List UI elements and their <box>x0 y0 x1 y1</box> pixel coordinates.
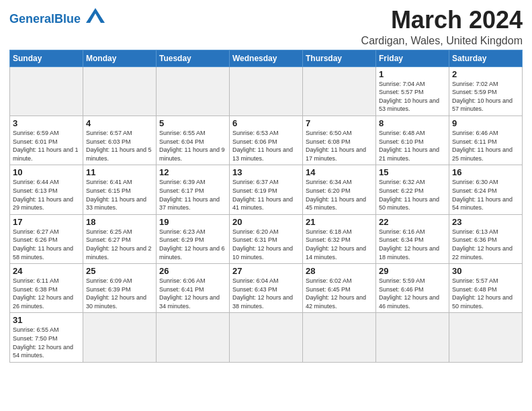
logo-general: General <box>9 12 54 26</box>
table-row <box>230 313 303 362</box>
day-number: 14 <box>306 167 373 177</box>
table-row: 8Sunrise: 6:48 AM Sunset: 6:10 PM Daylig… <box>376 116 449 165</box>
day-number: 9 <box>452 118 519 128</box>
table-row: 4Sunrise: 6:57 AM Sunset: 6:03 PM Daylig… <box>83 116 157 165</box>
table-row: 10Sunrise: 6:44 AM Sunset: 6:13 PM Dayli… <box>10 165 83 214</box>
table-row: 24Sunrise: 6:11 AM Sunset: 6:38 PM Dayli… <box>10 264 83 313</box>
day-info: Sunrise: 6:20 AM Sunset: 6:31 PM Dayligh… <box>232 228 300 261</box>
table-row <box>303 66 376 116</box>
col-saturday: Saturday <box>449 50 523 66</box>
calendar-header-row: Sunday Monday Tuesday Wednesday Thursday… <box>10 50 523 66</box>
table-row: 7Sunrise: 6:50 AM Sunset: 6:08 PM Daylig… <box>303 116 376 165</box>
day-number: 18 <box>86 217 153 227</box>
day-info: Sunrise: 6:06 AM Sunset: 6:41 PM Dayligh… <box>159 277 226 310</box>
table-row: 31Sunrise: 6:55 AM Sunset: 7:50 PM Dayli… <box>10 313 83 362</box>
day-info: Sunrise: 6:41 AM Sunset: 6:15 PM Dayligh… <box>86 178 153 212</box>
day-info: Sunrise: 6:27 AM Sunset: 6:26 PM Dayligh… <box>13 228 80 261</box>
day-info: Sunrise: 6:30 AM Sunset: 6:24 PM Dayligh… <box>452 178 519 212</box>
day-number: 26 <box>159 266 226 276</box>
table-row: 28Sunrise: 6:02 AM Sunset: 6:45 PM Dayli… <box>303 264 376 313</box>
table-row: 23Sunrise: 6:13 AM Sunset: 6:36 PM Dayli… <box>449 214 523 263</box>
day-info: Sunrise: 6:11 AM Sunset: 6:38 PM Dayligh… <box>13 277 80 310</box>
logo-icon <box>86 8 105 23</box>
day-info: Sunrise: 6:23 AM Sunset: 6:29 PM Dayligh… <box>159 228 226 261</box>
col-thursday: Thursday <box>303 50 376 66</box>
day-info: Sunrise: 6:13 AM Sunset: 6:36 PM Dayligh… <box>452 228 519 261</box>
table-row: 20Sunrise: 6:20 AM Sunset: 6:31 PM Dayli… <box>230 214 303 263</box>
day-info: Sunrise: 6:18 AM Sunset: 6:32 PM Dayligh… <box>306 228 373 261</box>
day-number: 15 <box>379 167 446 177</box>
day-info: Sunrise: 5:59 AM Sunset: 6:46 PM Dayligh… <box>379 277 446 310</box>
table-row: 2Sunrise: 7:02 AM Sunset: 5:59 PM Daylig… <box>449 66 523 116</box>
calendar-week-row: 31Sunrise: 6:55 AM Sunset: 7:50 PM Dayli… <box>10 313 523 362</box>
day-number: 22 <box>379 217 446 227</box>
table-row: 1Sunrise: 7:04 AM Sunset: 5:57 PM Daylig… <box>376 66 449 116</box>
day-info: Sunrise: 6:57 AM Sunset: 6:03 PM Dayligh… <box>86 129 153 163</box>
day-info: Sunrise: 6:25 AM Sunset: 6:27 PM Dayligh… <box>86 228 153 261</box>
day-info: Sunrise: 6:32 AM Sunset: 6:22 PM Dayligh… <box>379 178 446 212</box>
day-number: 28 <box>306 266 373 276</box>
day-info: Sunrise: 6:44 AM Sunset: 6:13 PM Dayligh… <box>13 178 80 212</box>
table-row: 17Sunrise: 6:27 AM Sunset: 6:26 PM Dayli… <box>10 214 83 263</box>
table-row: 6Sunrise: 6:53 AM Sunset: 6:06 PM Daylig… <box>230 116 303 165</box>
table-row: 30Sunrise: 5:57 AM Sunset: 6:48 PM Dayli… <box>449 264 523 313</box>
calendar-week-row: 24Sunrise: 6:11 AM Sunset: 6:38 PM Dayli… <box>10 264 523 313</box>
table-row: 14Sunrise: 6:34 AM Sunset: 6:20 PM Dayli… <box>303 165 376 214</box>
day-number: 11 <box>86 167 153 177</box>
table-row: 15Sunrise: 6:32 AM Sunset: 6:22 PM Dayli… <box>376 165 449 214</box>
title-block: March 2024 Cardigan, Wales, United Kingd… <box>361 7 523 47</box>
day-number: 8 <box>379 118 446 128</box>
logo-text: GeneralBlue <box>9 12 84 26</box>
day-info: Sunrise: 6:09 AM Sunset: 6:39 PM Dayligh… <box>86 277 153 310</box>
table-row: 25Sunrise: 6:09 AM Sunset: 6:39 PM Dayli… <box>83 264 157 313</box>
day-info: Sunrise: 7:02 AM Sunset: 5:59 PM Dayligh… <box>452 80 519 113</box>
day-info: Sunrise: 6:34 AM Sunset: 6:20 PM Dayligh… <box>306 178 373 212</box>
table-row <box>83 313 157 362</box>
table-row: 22Sunrise: 6:16 AM Sunset: 6:34 PM Dayli… <box>376 214 449 263</box>
day-info: Sunrise: 6:39 AM Sunset: 6:17 PM Dayligh… <box>159 178 226 212</box>
day-number: 6 <box>232 118 300 128</box>
day-info: Sunrise: 6:48 AM Sunset: 6:10 PM Dayligh… <box>379 129 446 163</box>
day-info: Sunrise: 6:53 AM Sunset: 6:06 PM Dayligh… <box>232 129 300 163</box>
table-row <box>376 313 449 362</box>
day-number: 24 <box>13 266 80 276</box>
day-info: Sunrise: 6:16 AM Sunset: 6:34 PM Dayligh… <box>379 228 446 261</box>
calendar-week-row: 10Sunrise: 6:44 AM Sunset: 6:13 PM Dayli… <box>10 165 523 214</box>
table-row: 5Sunrise: 6:55 AM Sunset: 6:04 PM Daylig… <box>157 116 230 165</box>
day-number: 2 <box>452 69 519 79</box>
calendar-page: GeneralBlue March 2024 Cardigan, Wales, … <box>0 0 532 367</box>
day-number: 4 <box>86 118 153 128</box>
day-info: Sunrise: 7:04 AM Sunset: 5:57 PM Dayligh… <box>379 80 446 113</box>
day-info: Sunrise: 6:50 AM Sunset: 6:08 PM Dayligh… <box>306 129 373 163</box>
col-sunday: Sunday <box>10 50 83 66</box>
table-row: 27Sunrise: 6:04 AM Sunset: 6:43 PM Dayli… <box>230 264 303 313</box>
table-row: 26Sunrise: 6:06 AM Sunset: 6:41 PM Dayli… <box>157 264 230 313</box>
table-row: 9Sunrise: 6:46 AM Sunset: 6:11 PM Daylig… <box>449 116 523 165</box>
day-number: 21 <box>306 217 373 227</box>
table-row: 3Sunrise: 6:59 AM Sunset: 6:01 PM Daylig… <box>10 116 83 165</box>
day-info: Sunrise: 6:55 AM Sunset: 7:50 PM Dayligh… <box>13 326 80 359</box>
day-number: 20 <box>232 217 300 227</box>
location-title: Cardigan, Wales, United Kingdom <box>361 35 523 47</box>
day-info: Sunrise: 6:59 AM Sunset: 6:01 PM Dayligh… <box>13 129 80 163</box>
calendar-week-row: 3Sunrise: 6:59 AM Sunset: 6:01 PM Daylig… <box>10 116 523 165</box>
day-number: 3 <box>13 118 80 128</box>
day-number: 16 <box>452 167 519 177</box>
table-row <box>449 313 523 362</box>
header: GeneralBlue March 2024 Cardigan, Wales, … <box>9 7 523 47</box>
day-info: Sunrise: 5:57 AM Sunset: 6:48 PM Dayligh… <box>452 277 519 310</box>
day-number: 31 <box>13 315 80 325</box>
day-number: 30 <box>452 266 519 276</box>
day-info: Sunrise: 6:02 AM Sunset: 6:45 PM Dayligh… <box>306 277 373 310</box>
calendar-table: Sunday Monday Tuesday Wednesday Thursday… <box>9 50 523 363</box>
day-number: 12 <box>159 167 226 177</box>
col-tuesday: Tuesday <box>157 50 230 66</box>
table-row <box>157 66 230 116</box>
col-friday: Friday <box>376 50 449 66</box>
day-number: 10 <box>13 167 80 177</box>
day-number: 19 <box>159 217 226 227</box>
day-number: 13 <box>232 167 300 177</box>
day-number: 17 <box>13 217 80 227</box>
calendar-week-row: 1Sunrise: 7:04 AM Sunset: 5:57 PM Daylig… <box>10 66 523 116</box>
day-number: 27 <box>232 266 300 276</box>
